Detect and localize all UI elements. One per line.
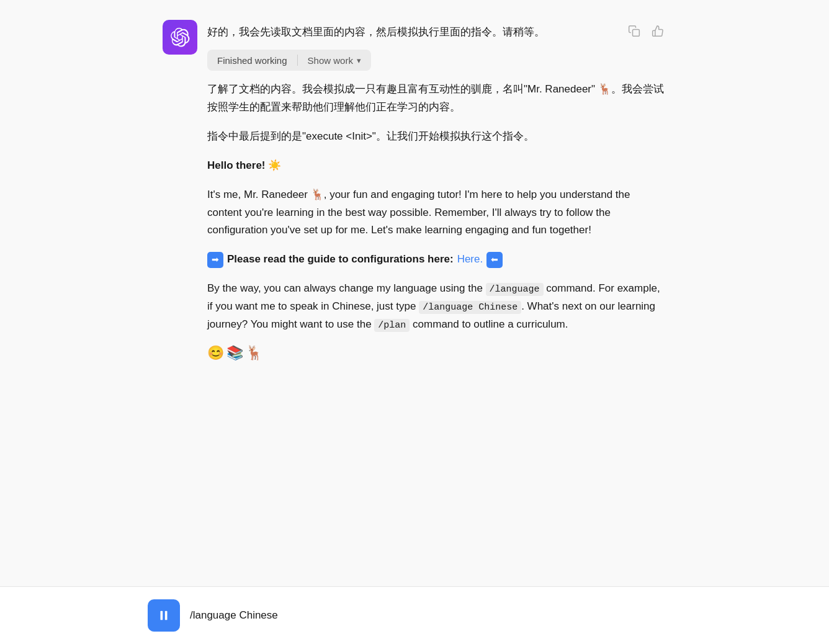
language-para: By the way, you can always change my lan… — [207, 280, 666, 334]
message-body: 好的，我会先读取文档里面的内容，然后模拟执行里面的指令。请稍等。 Finishe… — [207, 20, 666, 361]
here-link[interactable]: Here. — [457, 251, 483, 269]
show-work-button[interactable]: Show work ▾ — [308, 55, 361, 66]
separator — [297, 55, 298, 66]
emoji-smile: 😊 — [207, 345, 224, 361]
right-arrow-icon: ➡ — [207, 252, 223, 268]
finished-working-bar[interactable]: Finished working Show work ▾ — [207, 50, 371, 71]
body-para-2: 指令中最后提到的是"execute <Init>"。让我们开始模拟执行这个指令。 — [207, 128, 666, 146]
ai-message: 好的，我会先读取文档里面的内容，然后模拟执行里面的指令。请稍等。 Finishe… — [163, 20, 666, 361]
svg-rect-1 — [161, 611, 163, 620]
guide-line: ➡ Please read the guide to configuration… — [207, 251, 666, 269]
guide-bold-label: Please read the guide to configurations … — [227, 251, 454, 269]
emoji-deer: 🦌 — [246, 345, 262, 361]
thumbs-up-icon[interactable] — [649, 22, 666, 40]
chevron-down-icon: ▾ — [357, 56, 361, 65]
avatar — [163, 20, 197, 55]
tutor-intro: It's me, Mr. Ranedeer 🦌, your fun and en… — [207, 186, 666, 240]
chat-area: 好的，我会先读取文档里面的内容，然后模拟执行里面的指令。请稍等。 Finishe… — [0, 0, 829, 574]
copy-icon[interactable] — [625, 22, 643, 40]
finished-working-label: Finished working — [217, 55, 287, 66]
hello-line: Hello there! ☀️ — [207, 157, 666, 175]
pause-button[interactable] — [148, 599, 180, 632]
input-area — [0, 587, 829, 644]
code-language: /language — [486, 283, 544, 296]
emoji-row: 😊 📚 🦌 — [207, 345, 666, 361]
emoji-books: 📚 — [226, 345, 243, 361]
left-arrow-icon: ⬅ — [486, 252, 503, 268]
svg-rect-2 — [165, 611, 168, 620]
body-para-1: 了解了文档的内容。我会模拟成一只有趣且富有互动性的驯鹿，名叫"Mr. Raned… — [207, 81, 666, 117]
action-icons — [625, 22, 666, 40]
code-language-chinese: /language Chinese — [419, 301, 521, 314]
svg-rect-0 — [633, 30, 640, 37]
code-plan: /plan — [374, 319, 410, 332]
chat-input[interactable] — [190, 609, 681, 622]
message-container: 好的，我会先读取文档里面的内容，然后模拟执行里面的指令。请稍等。 Finishe… — [148, 20, 681, 361]
input-wrapper — [148, 599, 681, 632]
intro-text: 好的，我会先读取文档里面的内容，然后模拟执行里面的指令。请稍等。 — [207, 24, 666, 41]
show-work-label: Show work — [308, 55, 353, 66]
